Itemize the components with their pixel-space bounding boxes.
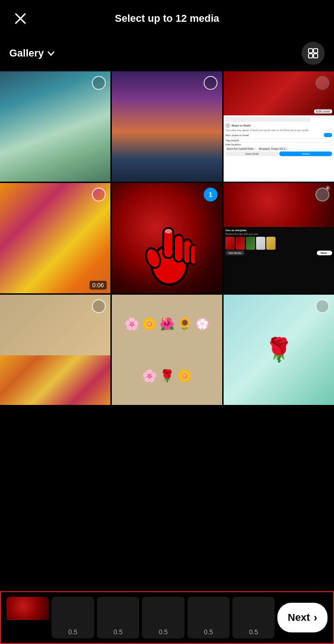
media-cell-street[interactable] <box>112 71 222 182</box>
timeline-duration-5: 0.5 <box>204 628 213 636</box>
select-circle-ig-post[interactable] <box>315 76 329 90</box>
timeline-item-5[interactable]: 0.5 <box>187 597 230 638</box>
next-button[interactable]: Next › <box>277 603 328 632</box>
media-cell-paper-roses[interactable]: 🌹 <box>224 295 334 405</box>
page-title: Select up to 12 media <box>31 13 303 25</box>
bottom-bar: 0.5 0.5 0.5 0.5 0.5 Next › <box>0 591 334 644</box>
media-cell-flowers[interactable]: 0:06 <box>0 183 110 293</box>
media-cell-stickers[interactable]: 🌸 🌼 🌺 🌻 💮 🌸 🌹 🌼 <box>112 295 222 405</box>
timeline-item-6[interactable]: 0.5 <box>232 597 275 638</box>
select-circle-ig-template[interactable] <box>315 188 329 202</box>
gallery-view-toggle[interactable] <box>302 42 325 65</box>
avatar-circle <box>92 188 106 202</box>
chevron-down-icon <box>47 49 55 57</box>
timeline-items: 0.5 0.5 0.5 0.5 0.5 <box>6 597 275 638</box>
timeline-item-4[interactable]: 0.5 <box>142 597 184 638</box>
media-cell-ig-post[interactable]: Edit cover Share to Reels Your video may… <box>224 71 334 182</box>
svg-rect-4 <box>308 54 313 58</box>
media-grid: Edit cover Share to Reels Your video may… <box>0 71 334 405</box>
media-cell-ig-template[interactable]: 🔇 Use as template Replace the clips with… <box>224 183 334 293</box>
close-button[interactable] <box>10 8 31 29</box>
media-cell-ocean[interactable] <box>0 71 110 182</box>
select-circle-red-rose[interactable]: 1 <box>204 188 218 202</box>
timeline-item-1[interactable] <box>6 597 49 638</box>
media-cell-beige[interactable] <box>0 295 110 405</box>
select-circle-beige[interactable] <box>92 299 106 313</box>
timeline-duration-3: 0.5 <box>114 628 122 636</box>
next-chevron-icon: › <box>314 611 317 624</box>
select-circle-paper-roses[interactable] <box>315 299 329 313</box>
svg-rect-3 <box>314 49 318 53</box>
select-circle-street[interactable] <box>204 76 218 90</box>
media-cell-red-rose[interactable]: 1 <box>112 183 222 293</box>
duration-badge: 0:06 <box>90 281 107 290</box>
header: Select up to 12 media <box>0 0 334 37</box>
svg-rect-5 <box>314 54 318 58</box>
timeline-duration-2: 0.5 <box>68 628 77 636</box>
timeline-item-3[interactable]: 0.5 <box>97 597 139 638</box>
timeline-duration-4: 0.5 <box>159 628 167 636</box>
svg-rect-2 <box>308 49 313 53</box>
gallery-dropdown[interactable]: Gallery <box>9 47 55 59</box>
grid-icon <box>307 47 319 59</box>
gallery-bar: Gallery <box>0 37 334 71</box>
timeline-item-2[interactable]: 0.5 <box>51 597 94 638</box>
timeline-duration-6: 0.5 <box>249 628 258 636</box>
next-label: Next <box>288 612 310 624</box>
gallery-label-text: Gallery <box>9 47 44 59</box>
select-circle-ocean[interactable] <box>92 76 106 90</box>
